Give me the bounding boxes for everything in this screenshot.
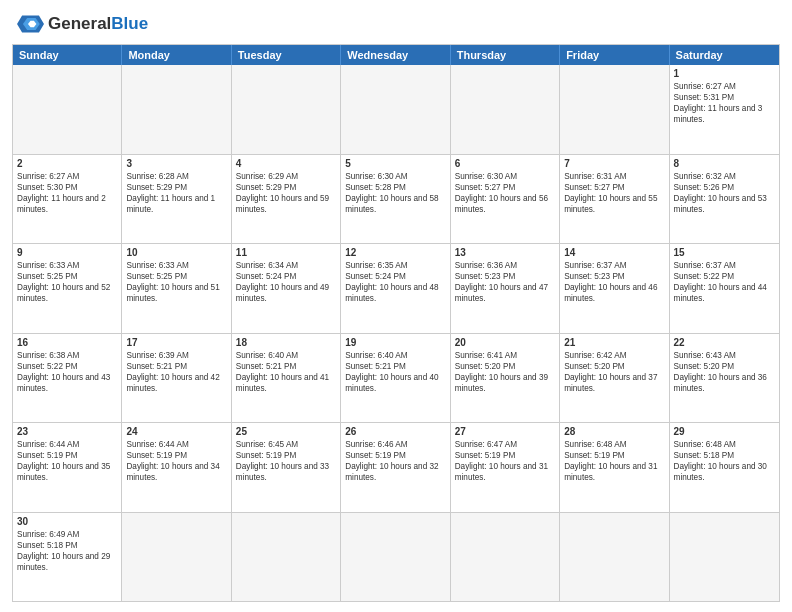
day-info: Sunrise: 6:28 AM Sunset: 5:29 PM Dayligh… bbox=[126, 171, 226, 215]
calendar-cell bbox=[122, 65, 231, 154]
header-day-thursday: Thursday bbox=[451, 45, 560, 65]
calendar-cell bbox=[122, 513, 231, 602]
calendar-cell: 13Sunrise: 6:36 AM Sunset: 5:23 PM Dayli… bbox=[451, 244, 560, 333]
calendar-cell: 22Sunrise: 6:43 AM Sunset: 5:20 PM Dayli… bbox=[670, 334, 779, 423]
day-number: 25 bbox=[236, 426, 336, 437]
day-info: Sunrise: 6:32 AM Sunset: 5:26 PM Dayligh… bbox=[674, 171, 775, 215]
calendar-row-0: 1Sunrise: 6:27 AM Sunset: 5:31 PM Daylig… bbox=[13, 65, 779, 155]
day-info: Sunrise: 6:31 AM Sunset: 5:27 PM Dayligh… bbox=[564, 171, 664, 215]
day-number: 11 bbox=[236, 247, 336, 258]
day-info: Sunrise: 6:40 AM Sunset: 5:21 PM Dayligh… bbox=[345, 350, 445, 394]
day-number: 8 bbox=[674, 158, 775, 169]
day-info: Sunrise: 6:30 AM Sunset: 5:27 PM Dayligh… bbox=[455, 171, 555, 215]
day-number: 10 bbox=[126, 247, 226, 258]
day-info: Sunrise: 6:33 AM Sunset: 5:25 PM Dayligh… bbox=[17, 260, 117, 304]
day-info: Sunrise: 6:44 AM Sunset: 5:19 PM Dayligh… bbox=[126, 439, 226, 483]
day-info: Sunrise: 6:29 AM Sunset: 5:29 PM Dayligh… bbox=[236, 171, 336, 215]
day-number: 24 bbox=[126, 426, 226, 437]
day-number: 19 bbox=[345, 337, 445, 348]
day-info: Sunrise: 6:48 AM Sunset: 5:18 PM Dayligh… bbox=[674, 439, 775, 483]
day-number: 23 bbox=[17, 426, 117, 437]
logo-text: GeneralBlue bbox=[48, 15, 148, 34]
day-info: Sunrise: 6:39 AM Sunset: 5:21 PM Dayligh… bbox=[126, 350, 226, 394]
day-number: 5 bbox=[345, 158, 445, 169]
calendar-cell bbox=[232, 65, 341, 154]
calendar-cell: 14Sunrise: 6:37 AM Sunset: 5:23 PM Dayli… bbox=[560, 244, 669, 333]
calendar-header: SundayMondayTuesdayWednesdayThursdayFrid… bbox=[13, 45, 779, 65]
day-info: Sunrise: 6:42 AM Sunset: 5:20 PM Dayligh… bbox=[564, 350, 664, 394]
day-number: 15 bbox=[674, 247, 775, 258]
day-number: 22 bbox=[674, 337, 775, 348]
calendar-cell: 28Sunrise: 6:48 AM Sunset: 5:19 PM Dayli… bbox=[560, 423, 669, 512]
calendar-row-4: 23Sunrise: 6:44 AM Sunset: 5:19 PM Dayli… bbox=[13, 423, 779, 513]
day-info: Sunrise: 6:33 AM Sunset: 5:25 PM Dayligh… bbox=[126, 260, 226, 304]
day-number: 9 bbox=[17, 247, 117, 258]
calendar-cell: 12Sunrise: 6:35 AM Sunset: 5:24 PM Dayli… bbox=[341, 244, 450, 333]
logo: GeneralBlue bbox=[12, 10, 148, 38]
day-info: Sunrise: 6:37 AM Sunset: 5:22 PM Dayligh… bbox=[674, 260, 775, 304]
calendar-cell: 18Sunrise: 6:40 AM Sunset: 5:21 PM Dayli… bbox=[232, 334, 341, 423]
header-day-tuesday: Tuesday bbox=[232, 45, 341, 65]
day-number: 21 bbox=[564, 337, 664, 348]
calendar-cell: 11Sunrise: 6:34 AM Sunset: 5:24 PM Dayli… bbox=[232, 244, 341, 333]
calendar-cell: 19Sunrise: 6:40 AM Sunset: 5:21 PM Dayli… bbox=[341, 334, 450, 423]
day-info: Sunrise: 6:27 AM Sunset: 5:30 PM Dayligh… bbox=[17, 171, 117, 215]
calendar-cell bbox=[670, 513, 779, 602]
calendar-cell: 16Sunrise: 6:38 AM Sunset: 5:22 PM Dayli… bbox=[13, 334, 122, 423]
day-info: Sunrise: 6:41 AM Sunset: 5:20 PM Dayligh… bbox=[455, 350, 555, 394]
logo-icon bbox=[12, 10, 44, 38]
calendar-cell bbox=[13, 65, 122, 154]
calendar-cell: 26Sunrise: 6:46 AM Sunset: 5:19 PM Dayli… bbox=[341, 423, 450, 512]
day-number: 20 bbox=[455, 337, 555, 348]
day-number: 27 bbox=[455, 426, 555, 437]
calendar-cell: 15Sunrise: 6:37 AM Sunset: 5:22 PM Dayli… bbox=[670, 244, 779, 333]
day-number: 16 bbox=[17, 337, 117, 348]
day-number: 29 bbox=[674, 426, 775, 437]
day-number: 17 bbox=[126, 337, 226, 348]
day-number: 6 bbox=[455, 158, 555, 169]
day-info: Sunrise: 6:44 AM Sunset: 5:19 PM Dayligh… bbox=[17, 439, 117, 483]
day-number: 14 bbox=[564, 247, 664, 258]
day-number: 1 bbox=[674, 68, 775, 79]
calendar-cell: 8Sunrise: 6:32 AM Sunset: 5:26 PM Daylig… bbox=[670, 155, 779, 244]
calendar-cell: 2Sunrise: 6:27 AM Sunset: 5:30 PM Daylig… bbox=[13, 155, 122, 244]
calendar-cell: 23Sunrise: 6:44 AM Sunset: 5:19 PM Dayli… bbox=[13, 423, 122, 512]
calendar-cell: 3Sunrise: 6:28 AM Sunset: 5:29 PM Daylig… bbox=[122, 155, 231, 244]
calendar-cell bbox=[451, 513, 560, 602]
calendar-cell: 1Sunrise: 6:27 AM Sunset: 5:31 PM Daylig… bbox=[670, 65, 779, 154]
day-info: Sunrise: 6:37 AM Sunset: 5:23 PM Dayligh… bbox=[564, 260, 664, 304]
day-number: 28 bbox=[564, 426, 664, 437]
page: GeneralBlue SundayMondayTuesdayWednesday… bbox=[0, 0, 792, 612]
calendar-cell: 10Sunrise: 6:33 AM Sunset: 5:25 PM Dayli… bbox=[122, 244, 231, 333]
day-number: 30 bbox=[17, 516, 117, 527]
day-info: Sunrise: 6:46 AM Sunset: 5:19 PM Dayligh… bbox=[345, 439, 445, 483]
calendar-cell: 9Sunrise: 6:33 AM Sunset: 5:25 PM Daylig… bbox=[13, 244, 122, 333]
day-info: Sunrise: 6:35 AM Sunset: 5:24 PM Dayligh… bbox=[345, 260, 445, 304]
day-number: 4 bbox=[236, 158, 336, 169]
calendar-cell: 5Sunrise: 6:30 AM Sunset: 5:28 PM Daylig… bbox=[341, 155, 450, 244]
day-number: 12 bbox=[345, 247, 445, 258]
calendar-cell: 30Sunrise: 6:49 AM Sunset: 5:18 PM Dayli… bbox=[13, 513, 122, 602]
calendar-cell bbox=[341, 513, 450, 602]
day-info: Sunrise: 6:45 AM Sunset: 5:19 PM Dayligh… bbox=[236, 439, 336, 483]
day-number: 18 bbox=[236, 337, 336, 348]
calendar-cell: 17Sunrise: 6:39 AM Sunset: 5:21 PM Dayli… bbox=[122, 334, 231, 423]
day-number: 3 bbox=[126, 158, 226, 169]
header-day-sunday: Sunday bbox=[13, 45, 122, 65]
day-info: Sunrise: 6:27 AM Sunset: 5:31 PM Dayligh… bbox=[674, 81, 775, 125]
day-number: 26 bbox=[345, 426, 445, 437]
calendar: SundayMondayTuesdayWednesdayThursdayFrid… bbox=[12, 44, 780, 602]
day-info: Sunrise: 6:40 AM Sunset: 5:21 PM Dayligh… bbox=[236, 350, 336, 394]
day-info: Sunrise: 6:38 AM Sunset: 5:22 PM Dayligh… bbox=[17, 350, 117, 394]
day-info: Sunrise: 6:47 AM Sunset: 5:19 PM Dayligh… bbox=[455, 439, 555, 483]
calendar-cell bbox=[560, 65, 669, 154]
header-day-friday: Friday bbox=[560, 45, 669, 65]
day-info: Sunrise: 6:49 AM Sunset: 5:18 PM Dayligh… bbox=[17, 529, 117, 573]
day-info: Sunrise: 6:30 AM Sunset: 5:28 PM Dayligh… bbox=[345, 171, 445, 215]
calendar-cell bbox=[232, 513, 341, 602]
calendar-row-5: 30Sunrise: 6:49 AM Sunset: 5:18 PM Dayli… bbox=[13, 513, 779, 602]
calendar-cell: 21Sunrise: 6:42 AM Sunset: 5:20 PM Dayli… bbox=[560, 334, 669, 423]
day-number: 7 bbox=[564, 158, 664, 169]
day-number: 2 bbox=[17, 158, 117, 169]
calendar-cell: 27Sunrise: 6:47 AM Sunset: 5:19 PM Dayli… bbox=[451, 423, 560, 512]
